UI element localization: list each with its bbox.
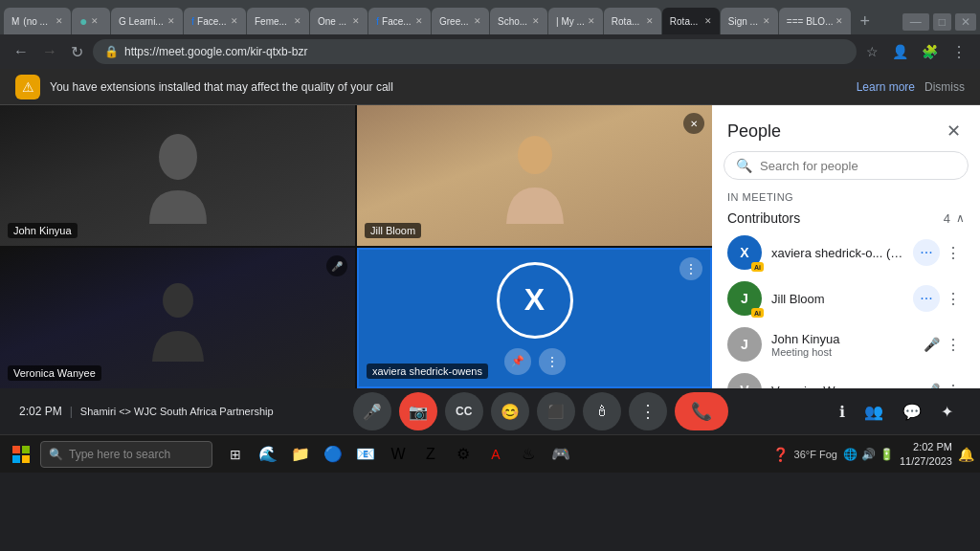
dismiss-button[interactable]: Dismiss (924, 80, 965, 94)
start-button[interactable] (6, 441, 36, 468)
more-options-button[interactable]: ⋮ (629, 392, 667, 430)
contributors-row[interactable]: Contributors 4 ∧ (712, 207, 980, 230)
effects-button[interactable]: 🕯 (583, 392, 621, 430)
taskbar-clock[interactable]: 2:02 PM 11/27/2023 (900, 440, 952, 468)
minimize-button[interactable]: — (902, 13, 929, 31)
learn-more-link[interactable]: Learn more (857, 80, 915, 94)
jill-panel-more-btn[interactable]: ··· (913, 285, 940, 312)
tab-facebook2[interactable]: f Face... ✕ (368, 8, 431, 34)
tab-scho[interactable]: Scho... ✕ (490, 8, 547, 34)
present-button[interactable]: ⬛ (537, 392, 575, 430)
participant-item-jill: J Ai Jill Bloom ··· ⋮ (712, 276, 980, 321)
profile-icon[interactable]: 👤 (888, 40, 912, 63)
xaviera-options-btn[interactable]: ⋮ (679, 257, 702, 280)
settings-button[interactable]: ⋮ (947, 39, 970, 65)
tab-close-11[interactable]: ✕ (646, 16, 654, 26)
controls-center: 🎤 📷 CC 😊 ⬛ 🕯 ⋮ 📞 (353, 392, 728, 430)
xaviera-info: xaviera shedrick-o... (You) (771, 246, 903, 260)
tab-close-2[interactable]: ✕ (91, 16, 99, 26)
tab-close-8[interactable]: ✕ (474, 16, 481, 26)
taskbar-help-icon[interactable]: ❓ (772, 447, 789, 462)
xaviera-avatar-circle: X (497, 262, 573, 339)
xaviera-panel-more-btn[interactable]: ··· (913, 239, 940, 266)
tab-close-13[interactable]: ✕ (763, 16, 770, 26)
end-call-button[interactable]: 📞 (675, 392, 728, 430)
url-text[interactable]: https://meet.google.com/kir-qtxb-bzr (124, 45, 307, 58)
taskbar-search-bar[interactable]: 🔍 Type here to search (40, 441, 212, 468)
svg-rect-5 (12, 455, 20, 463)
tab-my[interactable]: | My ... ✕ (548, 8, 603, 34)
tab-close-12[interactable]: ✕ (704, 16, 712, 26)
emoji-button[interactable]: 😊 (491, 392, 529, 430)
notification-center-icon[interactable]: 🔔 (958, 447, 974, 462)
taskbar-app-explorer[interactable]: 📁 (285, 439, 316, 470)
tab-gmail[interactable]: M (no ... ✕ (4, 8, 71, 34)
taskbar-app-mail[interactable]: 📧 (350, 439, 381, 470)
captions-button[interactable]: CC (445, 392, 483, 430)
tab-chrome[interactable]: ● ✕ (72, 8, 110, 34)
taskbar-app-chrome[interactable]: 🔵 (318, 439, 348, 470)
veronica-panel-options-btn[interactable]: ⋮ (942, 378, 965, 389)
taskbar-time: 2:02 PM (900, 440, 952, 453)
john-panel-avatar: J (727, 327, 762, 362)
taskbar-app-task-view[interactable]: ⊞ (220, 439, 251, 470)
tab-facebook1[interactable]: f Face... ✕ (184, 8, 246, 34)
xaviera-pin-btn[interactable]: 📌 (504, 348, 531, 375)
xaviera-panel-options-btn[interactable]: ⋮ (942, 240, 965, 266)
xaviera-actions: ··· ⋮ (913, 239, 965, 266)
tab-sign[interactable]: Sign ... ✕ (721, 8, 778, 34)
search-input[interactable] (760, 159, 956, 173)
taskbar-app-settings[interactable]: ⚙ (448, 439, 479, 470)
mic-button[interactable]: 🎤 (353, 392, 391, 430)
tab-one[interactable]: One ... ✕ (310, 8, 368, 34)
taskbar-app-acrobat[interactable]: A (480, 439, 511, 470)
panel-close-button[interactable]: ✕ (943, 119, 965, 143)
meeting-name: Shamiri <> WJC South Africa Partnership (80, 406, 274, 417)
tab-close-3[interactable]: ✕ (167, 16, 175, 26)
camera-button[interactable]: 📷 (399, 392, 437, 430)
participant-item-xaviera: X Ai xaviera shedrick-o... (You) ··· ⋮ (712, 230, 980, 276)
taskbar-app-edge[interactable]: 🌊 (253, 439, 283, 470)
tab-close-5[interactable]: ✕ (294, 16, 301, 26)
search-box[interactable]: 🔍 (724, 151, 969, 180)
system-tray[interactable]: 🌐 🔊 🔋 (843, 448, 894, 461)
tab-close-14[interactable]: ✕ (835, 16, 843, 26)
forward-button[interactable]: → (38, 39, 61, 64)
tab-rota1[interactable]: Rota... ✕ (604, 8, 661, 34)
xaviera-more-btn[interactable]: ⋮ (539, 348, 566, 375)
tab-gree[interactable]: Gree... ✕ (432, 8, 489, 34)
back-button[interactable]: ← (10, 39, 33, 64)
taskbar: 🔍 Type here to search ⊞ 🌊 📁 🔵 📧 W Z ⚙ A … (0, 434, 980, 473)
people-button[interactable]: 👥 (857, 395, 891, 429)
taskbar-app-zoom[interactable]: Z (415, 439, 446, 470)
taskbar-app-steam[interactable]: ♨ (513, 439, 544, 470)
reload-button[interactable]: ↻ (67, 39, 87, 65)
taskbar-app-word[interactable]: W (383, 439, 413, 470)
tab-meet-active[interactable]: Rota... ✕ (662, 8, 720, 34)
tab-close-7[interactable]: ✕ (415, 16, 423, 26)
taskbar-app-games[interactable]: 🎮 (546, 439, 576, 470)
maximize-button[interactable]: □ (933, 13, 951, 31)
tab-blo[interactable]: === BLO... ✕ (779, 8, 852, 34)
info-button[interactable]: ℹ (832, 395, 853, 429)
tab-close-1[interactable]: ✕ (56, 16, 63, 26)
activities-button[interactable]: ✦ (933, 395, 961, 429)
jill-panel-options-btn[interactable]: ⋮ (942, 286, 965, 312)
bookmark-icon[interactable]: ☆ (862, 40, 882, 63)
extensions-icon[interactable]: 🧩 (918, 40, 942, 63)
tab-close-4[interactable]: ✕ (231, 16, 238, 26)
close-button[interactable]: ✕ (955, 13, 976, 31)
new-tab-button[interactable]: + (852, 8, 878, 34)
tab-close-10[interactable]: ✕ (588, 16, 595, 26)
john-panel-options-btn[interactable]: ⋮ (942, 332, 965, 358)
tab-close-6[interactable]: ✕ (352, 16, 360, 26)
main-content: John Kinyua ✕ Jill Bloom 🎤 Veronica (0, 105, 980, 388)
taskbar-search-icon: 🔍 (49, 448, 63, 461)
tab-google[interactable]: G Learni... ✕ (111, 8, 183, 34)
tab-fem[interactable]: Feme... ✕ (247, 8, 309, 34)
tab-close-9[interactable]: ✕ (532, 16, 540, 26)
chat-button[interactable]: 💬 (895, 395, 929, 429)
video-grid: John Kinyua ✕ Jill Bloom 🎤 Veronica (0, 105, 712, 388)
address-bar[interactable]: 🔒 https://meet.google.com/kir-qtxb-bzr (93, 39, 857, 64)
battery-icon: 🔋 (880, 448, 894, 461)
